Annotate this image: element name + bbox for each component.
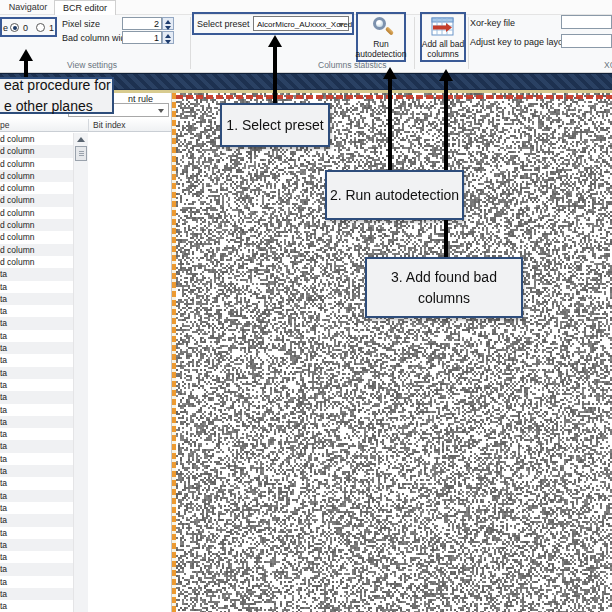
callout-step3: 3. Add found bad columns xyxy=(365,257,523,318)
grid-header-row: pe Bit index xyxy=(0,118,171,132)
pixel-size-input[interactable]: 2 xyxy=(122,17,162,30)
scroll-up-icon[interactable] xyxy=(77,137,85,142)
pixel-size-stepper[interactable] xyxy=(162,17,174,30)
xor-key-file-input[interactable] xyxy=(561,15,612,29)
run-autodetection-label-line2: autodetection xyxy=(355,50,406,60)
plane-radio-highlight-box: e 0 1 xyxy=(0,17,57,37)
list-item[interactable]: ta xyxy=(0,539,73,551)
vertical-scrollbar[interactable] xyxy=(73,133,88,612)
add-all-bad-columns-button[interactable]: Add all bad columns xyxy=(420,12,466,62)
list-item[interactable]: ta xyxy=(0,367,73,379)
tab-navigator[interactable]: Navigator xyxy=(4,0,52,15)
bad-column-width-input[interactable]: 1 xyxy=(122,31,162,44)
list-item[interactable]: ta xyxy=(0,490,73,502)
group-separator xyxy=(414,17,415,69)
columns-statistics-group-label: Columns statistics xyxy=(318,60,387,70)
list-item[interactable]: ta xyxy=(0,428,73,440)
ribbon: e 0 1 Pixel size 2 Bad column width 1 Vi… xyxy=(0,15,612,73)
pixel-size-value: 2 xyxy=(154,19,159,29)
list-item[interactable]: ta xyxy=(0,588,73,600)
run-autodetection-button[interactable]: Run autodetection xyxy=(356,12,406,62)
list-item[interactable]: ta xyxy=(0,293,73,305)
bcr-editor-window: Navigator BCR editor e 0 1 Pixel size 2 … xyxy=(0,0,612,612)
list-item[interactable]: ta xyxy=(0,404,73,416)
chevron-down-icon xyxy=(338,23,344,27)
plane-1-radio-label: 1 xyxy=(49,23,54,33)
columns-list-panel: nt rule pe Bit index d columnd columnd c… xyxy=(0,93,172,612)
list-item[interactable]: ta xyxy=(0,330,73,342)
list-item[interactable]: ta xyxy=(0,440,73,452)
list-item[interactable]: ta xyxy=(0,551,73,563)
callout-step1: 1. Select preset xyxy=(220,103,330,147)
list-item[interactable]: ta xyxy=(0,600,73,612)
list-item[interactable]: ta xyxy=(0,453,73,465)
list-item[interactable]: ta xyxy=(0,342,73,354)
bad-column-width-stepper[interactable] xyxy=(162,31,174,44)
list-item[interactable]: ta xyxy=(0,379,73,391)
callout-step3-text: 3. Add found bad columns xyxy=(367,267,521,308)
list-item[interactable]: ta xyxy=(0,502,73,514)
bit-index-column-header[interactable]: Bit index xyxy=(93,120,126,130)
list-item[interactable]: ta xyxy=(0,281,73,293)
add-all-bad-columns-label-line2: columns xyxy=(427,50,459,60)
callout-step1-text: 1. Select preset xyxy=(226,115,323,135)
select-preset-dropdown[interactable]: AlcorMicro_AUxxxx_Xored xyxy=(253,16,349,31)
list-item[interactable]: d column xyxy=(0,231,73,243)
type-column-header[interactable]: pe xyxy=(0,120,9,130)
callout-repeat-line2: e other planes xyxy=(4,98,93,114)
plane-label-fragment: e xyxy=(3,23,8,33)
tab-bcr-editor[interactable]: BCR editor xyxy=(54,0,116,15)
callout-repeat-line1: eat procedure for xyxy=(4,77,111,93)
bad-column-marker-line xyxy=(172,93,176,612)
chevron-down-icon xyxy=(158,109,164,113)
plane-0-radio[interactable] xyxy=(10,23,19,32)
bad-row-marker-line xyxy=(176,95,612,99)
bad-column-width-value: 1 xyxy=(154,33,159,43)
list-item[interactable]: d column xyxy=(0,244,73,256)
column-type-list: d columnd columnd columnd columnd column… xyxy=(0,133,73,612)
list-item[interactable]: ta xyxy=(0,477,73,489)
pixel-size-label: Pixel size xyxy=(62,19,100,29)
list-item[interactable]: d column xyxy=(0,219,73,231)
group-separator xyxy=(190,17,191,69)
list-item[interactable]: ta xyxy=(0,354,73,366)
adjust-key-input[interactable] xyxy=(561,34,612,48)
list-item[interactable]: ta xyxy=(0,416,73,428)
group-separator xyxy=(468,17,469,69)
list-item[interactable]: ta xyxy=(0,514,73,526)
list-item[interactable]: ta xyxy=(0,305,73,317)
list-item[interactable]: d column xyxy=(0,207,73,219)
plane-1-radio[interactable] xyxy=(36,23,45,32)
list-item[interactable]: ta xyxy=(0,465,73,477)
select-preset-highlight-box: Select preset AlcorMicro_AUxxxx_Xored xyxy=(192,12,354,35)
header-divider xyxy=(88,119,89,131)
view-settings-group-label: View settings xyxy=(67,60,117,70)
xor-key-file-label: Xor-key file xyxy=(470,18,515,28)
callout-repeat-procedure: eat procedure for e other planes xyxy=(0,77,114,114)
list-item[interactable]: ta xyxy=(0,527,73,539)
list-item[interactable]: ta xyxy=(0,576,73,588)
list-item[interactable]: ta xyxy=(0,391,73,403)
scrollbar-thumb[interactable] xyxy=(75,146,87,161)
list-item[interactable]: d column xyxy=(0,256,73,268)
add-columns-grid-icon xyxy=(431,17,455,37)
list-item[interactable]: d column xyxy=(0,194,73,206)
list-item[interactable]: ta xyxy=(0,563,73,575)
list-item[interactable]: d column xyxy=(0,133,73,145)
xor-group-label-fragment: XO xyxy=(604,60,612,70)
stepper-down-icon[interactable] xyxy=(163,24,173,30)
stepper-down-icon[interactable] xyxy=(163,38,173,44)
list-item[interactable]: d column xyxy=(0,158,73,170)
select-preset-label: Select preset xyxy=(197,19,250,29)
callout-step2-text: 2. Run autodetection xyxy=(330,185,459,205)
list-item[interactable]: ta xyxy=(0,268,73,280)
list-item[interactable]: ta xyxy=(0,317,73,329)
search-icon xyxy=(371,16,395,40)
adjust-key-label: Adjust key to page layout xyxy=(470,37,571,47)
list-item[interactable]: d column xyxy=(0,182,73,194)
list-item[interactable]: d column xyxy=(0,145,73,157)
plane-0-radio-label: 0 xyxy=(23,23,28,33)
list-item[interactable]: d column xyxy=(0,170,73,182)
callout-step2: 2. Run autodetection xyxy=(325,170,464,220)
